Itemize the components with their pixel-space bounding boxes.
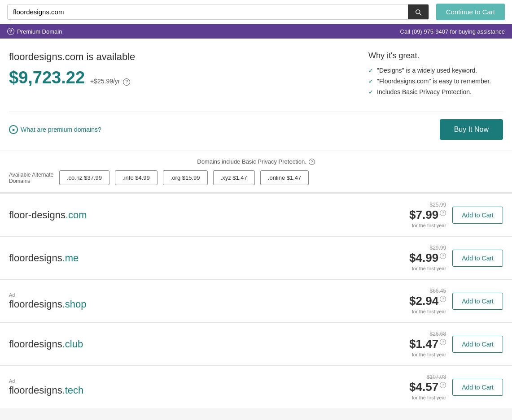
domain-item-left-2: Adfloordesigns.shop [9,292,86,310]
check-icon-2: ✓ [368,78,373,85]
what-are-premium-link[interactable]: What are premium domains? [9,125,101,134]
new-price-3: $1.47 [409,337,438,351]
ad-label-4: Ad [9,378,83,384]
renewal-info-icon[interactable]: ? [123,78,130,86]
privacy-info-icon[interactable]: ? [309,159,315,165]
domain-left: floordesigns.com is available $9,723.22 … [9,51,135,87]
price-info-icon-4[interactable]: ? [440,382,446,388]
per-year-3: for the first year [409,352,446,357]
alt-domain-xyz[interactable]: .xyz $1.47 [213,170,255,185]
old-price-4: $107.03 [409,374,446,380]
per-year-2: for the first year [409,309,446,314]
domain-tld-1: .me [62,252,79,264]
why-great-list: ✓ "Designs" is a widely used keyword. ✓ … [368,67,503,95]
old-price-1: $29.99 [409,245,446,251]
privacy-note-text: Domains include Basic Privacy Protection… [197,158,306,165]
domain-name-3: floordesigns.club [9,338,83,350]
domain-name-0: floor-designs.com [9,209,87,221]
check-icon-3: ✓ [368,89,373,95]
domain-right: Why it's great. ✓ "Designs" is a widely … [368,51,503,99]
price-area-4: $107.03$4.57?for the first yearAdd to Ca… [409,374,503,400]
price-block-3: $26.68$1.47?for the first year [409,331,446,357]
price-info-icon-3[interactable]: ? [440,339,446,345]
price-area-3: $26.68$1.47?for the first yearAdd to Car… [409,331,503,357]
alternate-label: Available AlternateDomains [9,172,54,184]
top-bar: Continue to Cart [0,0,512,24]
domain-renewal: +$25.99/yr [90,78,120,85]
alt-domain-online[interactable]: .online $1.47 [260,170,309,185]
what-link-text: What are premium domains? [21,126,101,133]
domain-tld-0: .com [66,209,87,221]
price-area-1: $29.99$4.99?for the first yearAdd to Car… [409,245,503,271]
domain-list-item-3: floordesigns.club$26.68$1.47?for the fir… [0,322,512,365]
domain-item-left-1: floordesigns.me [9,252,79,264]
check-icon-1: ✓ [368,67,373,74]
domain-item-left-4: Adfloordesigns.tech [9,378,83,396]
price-block-2: $66.45$2.94?for the first year [409,288,446,314]
bullet-text-2: "Floordesigns.com" is easy to remember. [377,78,491,85]
alt-domain-info[interactable]: .info $4.99 [115,170,158,185]
domain-list-item-4: Adfloordesigns.tech$107.03$4.57?for the … [0,365,512,408]
add-to-cart-button-3[interactable]: Add to Cart [452,336,503,353]
price-block-4: $107.03$4.57?for the first year [409,374,446,400]
privacy-note: Domains include Basic Privacy Protection… [9,158,503,165]
add-to-cart-button-2[interactable]: Add to Cart [452,293,503,310]
domain-name-4: floordesigns.tech [9,385,83,396]
premium-info-icon[interactable]: ? [7,28,14,35]
alt-domain-co-nz[interactable]: .co.nz $37.99 [59,170,109,185]
domain-item-left-0: floor-designs.com [9,209,87,221]
per-year-0: for the first year [409,223,446,228]
main-domain-section: floordesigns.com is available $9,723.22 … [0,39,512,151]
add-to-cart-button-1[interactable]: Add to Cart [452,250,503,267]
new-price-1: $4.99 [409,251,438,265]
new-price-4: $4.57 [409,380,438,394]
search-input[interactable] [8,4,408,19]
price-row: $9,723.22 +$25.99/yr ? [9,68,135,87]
main-domain-flex: floordesigns.com is available $9,723.22 … [9,51,503,99]
new-price-wrap-3: $1.47? [409,337,446,351]
search-button[interactable] [408,4,429,19]
alt-domain-org[interactable]: .org $15.99 [163,170,208,185]
bullet-text-3: Includes Basic Privacy Protection. [377,88,472,95]
new-price-2: $2.94 [409,294,438,308]
new-price-0: $7.99 [409,208,438,222]
bullet-item-1: ✓ "Designs" is a widely used keyword. [368,67,503,74]
ad-label-2: Ad [9,292,86,298]
price-block-0: $25.99$7.99?for the first year [409,202,446,228]
premium-phone-text: Call (09) 975-9407 for buying assistance [400,28,505,35]
domain-list: floor-designs.com$25.99$7.99?for the fir… [0,193,512,408]
old-price-2: $66.45 [409,288,446,294]
domain-tld-3: .club [62,338,83,350]
bullet-item-3: ✓ Includes Basic Privacy Protection. [368,88,503,95]
premium-banner: ? Premium Domain Call (09) 975-9407 for … [0,24,512,39]
domain-tld-4: .tech [62,385,84,396]
per-year-4: for the first year [409,395,446,400]
search-wrapper [7,4,429,20]
old-price-0: $25.99 [409,202,446,208]
add-to-cart-button-0[interactable]: Add to Cart [452,207,503,224]
alternate-inner: Available AlternateDomains .co.nz $37.99… [9,170,503,185]
old-price-3: $26.68 [409,331,446,337]
price-area-2: $66.45$2.94?for the first yearAdd to Car… [409,288,503,314]
add-to-cart-button-4[interactable]: Add to Cart [452,379,503,396]
per-year-1: for the first year [409,266,446,271]
domain-item-left-3: floordesigns.club [9,338,83,350]
play-icon [9,125,18,134]
price-info-icon-0[interactable]: ? [440,210,446,216]
domain-list-item-2: Adfloordesigns.shop$66.45$2.94?for the f… [0,279,512,322]
price-info-icon-1[interactable]: ? [440,253,446,259]
premium-label-area: ? Premium Domain [7,28,62,35]
continue-to-cart-button[interactable]: Continue to Cart [436,4,505,20]
buy-it-now-button[interactable]: Buy It Now [440,119,503,140]
search-icon [414,8,422,16]
new-price-wrap-2: $2.94? [409,294,446,308]
buy-row: What are premium domains? Buy It Now [9,112,503,140]
domain-tld-2: .shop [62,299,87,310]
why-great-title: Why it's great. [368,51,503,61]
price-info-icon-2[interactable]: ? [440,296,446,302]
domain-list-item-1: floordesigns.me$29.99$4.99?for the first… [0,236,512,279]
domain-list-item-0: floor-designs.com$25.99$7.99?for the fir… [0,193,512,236]
price-area-0: $25.99$7.99?for the first yearAdd to Car… [409,202,503,228]
domain-price: $9,723.22 [9,68,85,87]
price-block-1: $29.99$4.99?for the first year [409,245,446,271]
